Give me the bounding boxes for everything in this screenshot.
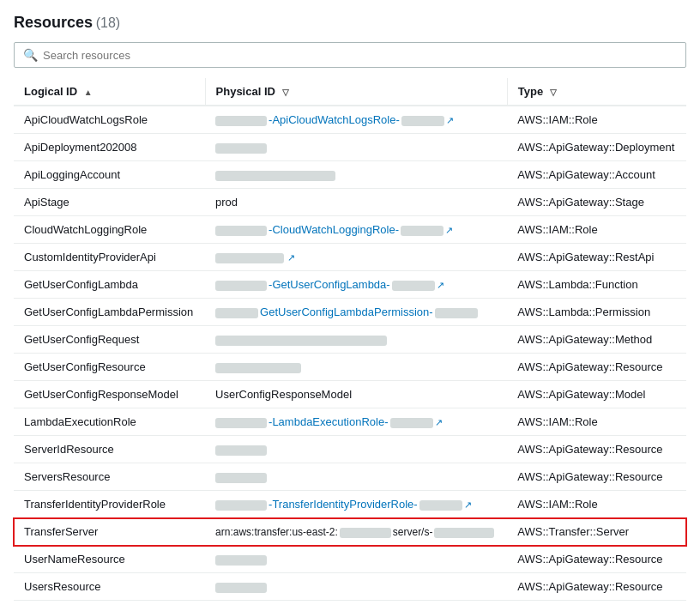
type-cell: AWS::ApiGateway::Resource (507, 573, 686, 601)
table-row: UserNameResourceAWS::ApiGateway::Resourc… (14, 546, 686, 573)
panel-header: Resources (18) (14, 14, 686, 32)
physical-id-link[interactable]: -TransferIdentityProviderRole- (269, 498, 418, 511)
logical-id-cell: ServerIdResource (14, 436, 205, 463)
redacted-prefix (215, 116, 267, 126)
redacted-id (215, 253, 284, 263)
redacted-id (215, 583, 267, 593)
search-bar[interactable]: 🔍 (14, 42, 686, 68)
physical-id-cell (205, 546, 507, 573)
search-input[interactable] (43, 49, 677, 62)
panel-title: Resources (14, 14, 93, 31)
table-row: ServerIdResourceAWS::ApiGateway::Resourc… (14, 436, 686, 463)
physical-id-cell: -TransferIdentityProviderRole-↗ (205, 491, 507, 518)
physical-id-cell: ↗ (205, 244, 507, 271)
redacted-suffix (390, 418, 433, 428)
external-link-icon[interactable]: ↗ (437, 280, 444, 290)
physical-id-cell: -GetUserConfigLambda-↗ (205, 271, 507, 299)
table-row: TransferServerarn:aws:transfer:us-east-2… (14, 518, 686, 546)
type-cell: AWS::ApiGateway::Model (507, 381, 686, 408)
logical-id-cell: CustomIdentityProviderApi (14, 244, 205, 271)
logical-id-cell: GetUserConfigResponseModel (14, 381, 205, 408)
redacted-id (215, 555, 267, 566)
redacted-id (215, 445, 267, 456)
type-cell: AWS::ApiGateway::Resource (507, 354, 686, 381)
physical-id-arn: arn:aws:transfer:us-east-2:server/s- (215, 526, 494, 538)
logical-id-cell: GetUserConfigRequest (14, 326, 205, 354)
redacted-id (215, 143, 267, 154)
physical-id-cell (205, 573, 507, 601)
physical-id-text: UserConfigResponseModel (215, 388, 352, 401)
type-cell: AWS::Lambda::Permission (507, 299, 686, 326)
table-row: ApiCloudWatchLogsRole-ApiCloudWatchLogsR… (14, 106, 686, 134)
physical-id-link[interactable]: -CloudWatchLoggingRole- (269, 223, 399, 236)
redacted-suffix (392, 281, 435, 291)
type-cell: AWS::ApiGateway::Resource (507, 436, 686, 463)
logical-id-cell: GetUserConfigLambda (14, 271, 205, 299)
logical-id-cell: UserNameResource (14, 546, 205, 573)
redacted-suffix (401, 226, 444, 236)
sort-none-icon-physical: ▽ (282, 88, 289, 97)
type-cell: AWS::ApiGateway::Method (507, 326, 686, 354)
table-row: GetUserConfigLambda-GetUserConfigLambda-… (14, 271, 686, 299)
resources-table: Logical ID ▲ Physical ID ▽ Type ▽ ApiClo… (14, 78, 686, 601)
physical-id-cell: prod (205, 189, 507, 216)
physical-id-cell (205, 354, 507, 381)
table-row: GetUserConfigResponseModelUserConfigResp… (14, 381, 686, 408)
resource-count: (18) (96, 15, 120, 30)
type-cell: AWS::ApiGateway::Resource (507, 546, 686, 573)
redacted-id (215, 336, 387, 346)
physical-id-link[interactable]: GetUserConfigLambdaPermission- (260, 306, 433, 318)
type-cell: AWS::Transfer::Server (507, 518, 686, 546)
redacted-id (215, 473, 267, 483)
external-link-icon[interactable]: ↗ (435, 417, 443, 427)
table-row: GetUserConfigRequestAWS::ApiGateway::Met… (14, 326, 686, 354)
table-row: CloudWatchLoggingRole-CloudWatchLoggingR… (14, 216, 686, 244)
physical-id-cell: -ApiCloudWatchLogsRole-↗ (205, 106, 507, 134)
physical-id-cell (205, 436, 507, 463)
sort-asc-icon: ▲ (84, 88, 93, 97)
logical-id-cell: ApiDeployment202008 (14, 134, 205, 161)
logical-id-cell: GetUserConfigResource (14, 354, 205, 381)
logical-id-cell: TransferIdentityProviderRole (14, 491, 205, 518)
logical-id-cell: CloudWatchLoggingRole (14, 216, 205, 244)
physical-id-link[interactable]: -ApiCloudWatchLogsRole- (269, 113, 400, 126)
col-header-type[interactable]: Type ▽ (507, 78, 686, 106)
logical-id-cell: ApiLoggingAccount (14, 161, 205, 189)
physical-id-cell (205, 463, 507, 491)
logical-id-cell: LambdaExecutionRole (14, 408, 205, 436)
type-cell: AWS::ApiGateway::Deployment (507, 134, 686, 161)
redacted-suffix (401, 116, 444, 126)
external-link-icon[interactable]: ↗ (445, 225, 453, 235)
type-cell: AWS::ApiGateway::Stage (507, 189, 686, 216)
physical-id-cell: UserConfigResponseModel (205, 381, 507, 408)
redacted-suffix (419, 500, 462, 511)
physical-id-cell: GetUserConfigLambdaPermission- (205, 299, 507, 326)
type-cell: AWS::ApiGateway::Account (507, 161, 686, 189)
physical-id-link[interactable]: -GetUserConfigLambda- (269, 278, 390, 291)
table-row: GetUserConfigLambdaPermissionGetUserConf… (14, 299, 686, 326)
table-row: LambdaExecutionRole-LambdaExecutionRole-… (14, 408, 686, 436)
external-link-icon[interactable]: ↗ (287, 252, 295, 263)
physical-id-cell: -CloudWatchLoggingRole-↗ (205, 216, 507, 244)
type-cell: AWS::ApiGateway::Resource (507, 463, 686, 491)
table-row: ApiLoggingAccountAWS::ApiGateway::Accoun… (14, 161, 686, 189)
redacted-prefix (215, 308, 258, 318)
external-link-icon[interactable]: ↗ (446, 115, 454, 125)
table-row: UsersResourceAWS::ApiGateway::Resource (14, 573, 686, 601)
redacted-arn-server (434, 528, 494, 538)
external-link-icon[interactable]: ↗ (464, 499, 472, 510)
redacted-prefix (215, 418, 267, 428)
sort-none-icon-type: ▽ (550, 88, 557, 97)
col-header-physical-id[interactable]: Physical ID ▽ (205, 78, 507, 106)
redacted-suffix (435, 308, 478, 318)
table-row: ApiDeployment202008AWS::ApiGateway::Depl… (14, 134, 686, 161)
type-cell: AWS::Lambda::Function (507, 271, 686, 299)
table-row: ApiStageprodAWS::ApiGateway::Stage (14, 189, 686, 216)
table-row: GetUserConfigResourceAWS::ApiGateway::Re… (14, 354, 686, 381)
table-row: ServersResourceAWS::ApiGateway::Resource (14, 463, 686, 491)
type-cell: AWS::ApiGateway::RestApi (507, 244, 686, 271)
physical-id-cell (205, 134, 507, 161)
type-cell: AWS::IAM::Role (507, 491, 686, 518)
physical-id-link[interactable]: -LambdaExecutionRole- (269, 415, 388, 428)
col-header-logical-id[interactable]: Logical ID ▲ (14, 78, 205, 106)
